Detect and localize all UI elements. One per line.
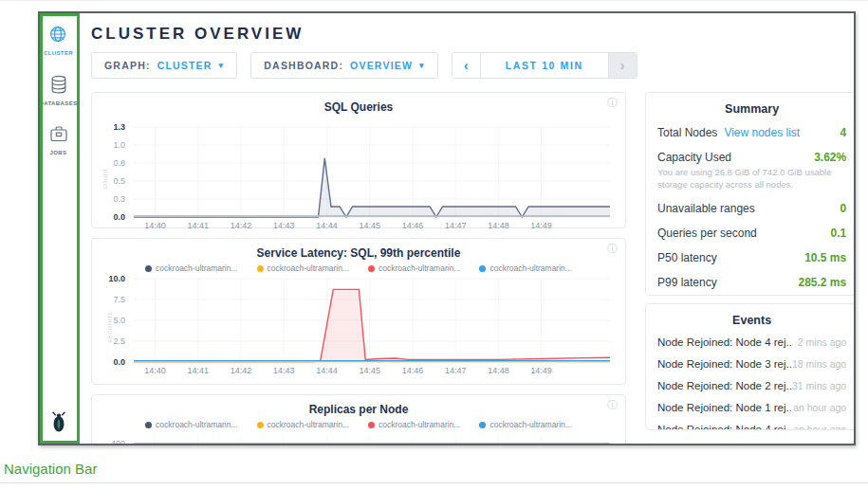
sidebar-item-databases[interactable]: DATABASES [39,75,77,106]
legend-label: cockroach-ultramarin... [489,420,571,429]
sidebar-item-label: DATABASES [39,100,77,106]
event-time: an hour ago [793,402,846,413]
charts-column: ⓘ SQL Queries count 0.00.30.50.81.01.3 1… [91,92,626,430]
globe-icon [48,25,67,47]
event-row[interactable]: Node Rejoined: Node 2 rej... 31 mins ago [646,375,856,397]
event-text: Node Rejoined: Node 2 rej... [657,380,792,391]
legend-label: cockroach-ultramarin... [156,263,237,273]
legend-label: cockroach-ultramarin... [268,263,349,273]
time-window-prev-button[interactable]: ‹ [452,53,481,78]
legend-label: cockroach-ultramarin... [268,420,349,429]
graph-dropdown-value: CLUSTER [157,60,212,71]
legend-item[interactable]: cockroach-ultramarin... [479,263,571,273]
info-icon[interactable]: ⓘ [607,400,618,410]
legend-dot-icon [368,422,375,428]
chart-title: Service Latency: SQL, 99th percentile [102,246,616,260]
right-column: Summary Total Nodes View nodes list 4 Ca… [645,92,856,430]
event-row[interactable]: Node Rejoined: Node 1 rej... an hour ago [646,397,856,419]
chart-plot-area: seconds 0.02.55.07.510.0 14:4014:4114:42… [102,279,616,378]
summary-row-p99-latency: P99 latency 285.2 ms [646,270,856,295]
legend-item[interactable]: cockroach-ultramarin... [479,420,571,429]
main-content: CLUSTER OVERVIEW GRAPH: CLUSTER ▾ DASHBO… [78,13,854,444]
events-panel: Events Node Rejoined: Node 4 rej... 2 mi… [645,303,856,430]
events-title: Events [646,304,856,332]
sidebar-item-jobs[interactable]: JOBS [49,125,68,155]
briefcase-icon [49,125,68,147]
legend-label: cockroach-ultramarin... [379,420,460,429]
navigation-bar: CLUSTER DATABASES JOBS [40,13,78,444]
sidebar-item-cluster[interactable]: CLUSTER [44,25,73,56]
x-axis-ticks: 14:4014:4114:4214:4314:4414:4514:4614:47… [134,365,610,378]
event-row[interactable]: Node Rejoined: Node 4 rej... an hour ago [646,419,856,430]
summary-row-total-nodes: Total Nodes View nodes list 4 [646,120,856,145]
graph-dropdown[interactable]: GRAPH: CLUSTER ▾ [91,52,237,79]
summary-value: 0.1 [831,227,847,240]
chevron-down-icon: ▾ [219,62,225,70]
x-axis-ticks: 14:4014:4114:4214:4314:4414:4514:4614:47… [134,220,610,233]
graph-dropdown-label: GRAPH: [104,60,151,71]
chart-plot[interactable] [134,127,610,217]
summary-row-queries-per-second: Queries per second 0.1 [646,221,856,245]
event-time: an hour ago [793,424,846,430]
sidebar-item-label: JOBS [50,150,67,155]
legend-label: cockroach-ultramarin... [489,263,571,273]
summary-label: Unavailable ranges [657,202,755,215]
event-row[interactable]: Node Rejoined: Node 3 rej... 18 mins ago [646,354,856,375]
chart-plot[interactable] [134,279,610,362]
y-axis-ticks: 0.00.30.50.81.01.3 [102,127,128,233]
capacity-used-subtext: You are using 26.8 GiB of 742.0 GiB usab… [646,166,856,196]
legend-item[interactable]: cockroach-ultramarin... [257,420,349,429]
chevron-right-icon: › [620,58,625,73]
time-window-next-button[interactable]: › [608,53,637,78]
chart-plot[interactable] [134,435,610,445]
chart-title: SQL Queries [102,100,616,114]
legend-item[interactable]: cockroach-ultramarin... [368,263,460,273]
dashboard-dropdown-value: OVERVIEW [350,60,413,71]
info-icon[interactable]: ⓘ [607,244,618,254]
legend-item[interactable]: cockroach-ultramarin... [257,263,349,273]
sidebar-item-label: CLUSTER [44,50,73,56]
annotation-navigation-bar: Navigation Bar [4,461,97,477]
event-text: Node Rejoined: Node 3 rej... [657,358,792,370]
dashboard-dropdown-label: DASHBOARD: [264,60,343,71]
summary-value: 10.5 ms [804,251,846,264]
y-axis-ticks: 400 [102,435,128,445]
legend-item[interactable]: cockroach-ultramarin... [145,420,237,429]
summary-row-unavailable-ranges: Unavailable ranges 0 [646,196,856,221]
summary-value: 3.62% [814,151,846,164]
chevron-left-icon: ‹ [464,58,469,73]
legend-dot-icon [145,422,152,428]
summary-label: Capacity Used [657,151,731,164]
time-window-label[interactable]: LAST 10 MIN [481,53,608,78]
event-row[interactable]: Node Rejoined: Node 4 rej... 2 mins ago [646,332,856,354]
event-time: 18 mins ago [792,358,846,370]
legend-item[interactable]: cockroach-ultramarin... [145,263,237,273]
page-bottom-divider [0,482,868,483]
legend-dot-icon [257,265,264,272]
chart-title: Replicas per Node [102,403,616,416]
legend-dot-icon [479,422,486,428]
chart-legend: cockroach-ultramarin...cockroach-ultrama… [102,420,616,429]
chart-plot-area: count 0.00.30.50.81.01.3 14:4014:4114:42… [102,127,616,233]
legend-label: cockroach-ultramarin... [156,420,237,429]
summary-value: 4 [840,126,847,139]
info-icon[interactable]: ⓘ [607,98,618,108]
event-text: Node Rejoined: Node 1 rej... [657,402,792,413]
page-title: CLUSTER OVERVIEW [91,25,839,44]
time-window-selector: ‹ LAST 10 MIN › [452,52,637,79]
legend-dot-icon [368,265,375,272]
app-window: CLUSTER DATABASES JOBS [38,11,856,445]
chart-card-replicas-per-node: ⓘ Replicas per Node cockroach-ultramarin… [91,394,626,445]
event-text: Node Rejoined: Node 4 rej... [657,336,792,348]
summary-row-p50-latency: P50 latency 10.5 ms [646,245,856,270]
cockroachdb-logo[interactable] [47,409,70,438]
view-nodes-list-link[interactable]: View nodes list [724,126,800,139]
summary-value: 0 [840,202,847,215]
chart-legend: cockroach-ultramarin...cockroach-ultrama… [102,263,616,273]
legend-item[interactable]: cockroach-ultramarin... [368,420,460,429]
dashboard-dropdown[interactable]: DASHBOARD: OVERVIEW ▾ [250,52,437,79]
summary-title: Summary [646,93,856,120]
y-axis-ticks: 0.02.55.07.510.0 [102,279,128,378]
event-time: 2 mins ago [798,336,846,348]
chart-plot-area: 400 14:4014:4114:4214:4314:4414:4514:461… [102,435,616,445]
